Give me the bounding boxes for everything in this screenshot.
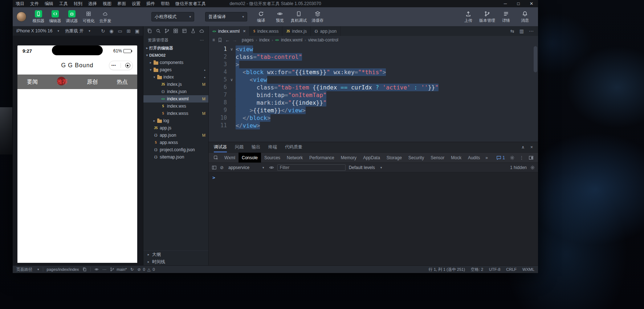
menu-item-文件[interactable]: 文件 <box>27 0 42 7</box>
search-icon[interactable] <box>156 28 161 33</box>
code-editor[interactable]: 1∨<view2class="tab-control"3>4 <block wx… <box>209 44 538 142</box>
menu-item-视图[interactable]: 视图 <box>100 0 114 7</box>
devtools-tab-Wxml[interactable]: Wxml <box>221 153 239 162</box>
hot-reload-toggle[interactable]: 热重载 开 ▾ <box>65 28 90 34</box>
console-settings-gear-icon[interactable] <box>530 165 535 170</box>
code-line-9[interactable]: 9 >{{item}}</view> <box>209 107 538 114</box>
debugger-toggle-button[interactable]: 调试器 <box>64 10 80 24</box>
cloud-toggle-button[interactable]: 云开发 <box>97 10 114 24</box>
sync-icon[interactable]: ↻ <box>130 267 134 272</box>
editor-scrollbar[interactable] <box>534 46 537 72</box>
inspect-element-icon[interactable] <box>211 155 221 160</box>
clear-console-icon[interactable]: ⊘ <box>220 165 224 170</box>
more-icon[interactable]: ⋯ <box>102 267 106 272</box>
breadcrumb-item[interactable]: index <box>259 37 270 43</box>
close-button[interactable]: ✕ <box>525 0 538 7</box>
tree-folder-index[interactable]: ▾index● <box>143 73 208 81</box>
code-line-2[interactable]: 2class="tab-control" <box>209 53 538 61</box>
menu-item-工具[interactable]: 工具 <box>56 0 71 7</box>
devtools-tab-Console[interactable]: Console <box>239 153 261 162</box>
chevron-right-icon[interactable]: ▸ <box>148 61 153 64</box>
record-icon[interactable]: ◉ <box>109 28 113 34</box>
menu-item-设置[interactable]: 设置 <box>129 0 143 7</box>
mode-select[interactable]: 小程序模式 ▾ <box>151 12 194 21</box>
editor-toggle-button[interactable]: 编辑器 <box>47 10 64 24</box>
menu-item-项目[interactable]: 项目 <box>13 0 27 7</box>
tree-file-app.wxss[interactable]: Sapp.wxss <box>143 139 208 146</box>
language-mode[interactable]: WXML <box>522 267 534 272</box>
code-line-7[interactable]: 7 bind:tap="onItemTap" <box>209 91 538 99</box>
code-line-5[interactable]: 5∨ <view <box>209 76 538 84</box>
tree-folder-pages[interactable]: ▾pages● <box>143 66 208 73</box>
encoding-setting[interactable]: UTF-8 <box>489 267 500 272</box>
split-editor-icon[interactable]: ▥ <box>519 28 524 34</box>
tree-file-app.json[interactable]: {}app.jsonM <box>143 132 208 139</box>
back-arrow-icon[interactable]: ← <box>225 37 230 43</box>
source-control-icon[interactable] <box>164 28 170 33</box>
cloud-icon[interactable] <box>199 28 204 33</box>
console-filter-input[interactable] <box>277 164 346 171</box>
messages-badge[interactable]: 1 <box>496 155 505 160</box>
more-icon[interactable]: ⋯ <box>200 38 204 43</box>
phone-tab-热点[interactable]: 热点 <box>107 75 138 89</box>
tree-file-index.js[interactable]: JSindex.jsM <box>143 81 208 88</box>
panel-tab-终端[interactable]: 终端 <box>268 142 277 152</box>
upload-button[interactable]: 上传 <box>459 11 478 23</box>
tree-folder-DEMO02[interactable]: ▾DEMO02 <box>143 52 208 59</box>
fold-marker[interactable]: ∨ <box>228 45 236 53</box>
eye-icon[interactable] <box>94 267 99 272</box>
compile-button[interactable]: 编译 <box>252 11 270 23</box>
eye-icon[interactable] <box>269 165 274 170</box>
tree-file-app.js[interactable]: JSapp.js <box>143 124 208 132</box>
messages-button[interactable]: 消息 <box>515 11 534 23</box>
tree-file-index.wxs[interactable]: Sindex.wxs <box>143 103 208 110</box>
files-icon[interactable] <box>147 28 152 33</box>
timeline-section[interactable]: ▸ 时间线 <box>143 258 208 265</box>
dock-side-icon[interactable] <box>529 155 534 160</box>
tree-folder-打开的编辑器[interactable]: ▸打开的编辑器 <box>143 44 208 52</box>
simulator-toggle-button[interactable]: 模拟器 <box>30 10 47 24</box>
test-icon[interactable] <box>191 28 196 33</box>
tree-folder-log[interactable]: ▸log <box>143 117 208 124</box>
chevron-right-icon[interactable]: ▸ <box>152 119 156 123</box>
close-panel-icon[interactable]: × <box>530 145 533 150</box>
editor-tab-index.js[interactable]: JSindex.js <box>282 26 311 36</box>
capsule-menu-icon[interactable]: ••• <box>111 64 116 67</box>
editor-tab-index.wxml[interactable]: <>index.wxml× <box>209 26 250 36</box>
package-icon[interactable] <box>182 28 187 33</box>
code-line-6[interactable]: 6 class="tab-item {{index == curIdx ? 'a… <box>209 84 538 91</box>
kebab-menu-icon[interactable]: ⋮ <box>519 155 524 160</box>
console-body[interactable]: > <box>209 172 538 265</box>
chevron-right-icon[interactable]: ▸ <box>145 46 149 50</box>
device-select[interactable]: iPhone X 100% 16 ▾ <box>16 28 59 33</box>
fold-marker[interactable]: ∨ <box>228 76 236 84</box>
tabs-overflow-icon[interactable]: » <box>483 155 490 160</box>
devtools-tab-Storage[interactable]: Storage <box>383 153 405 162</box>
phone-tab-要闻[interactable]: 要闻 <box>17 75 48 89</box>
menu-item-选择[interactable]: 选择 <box>85 0 100 7</box>
log-levels-select[interactable]: Default levels ▾ <box>349 165 382 170</box>
context-select[interactable]: appservice ▾ <box>227 165 266 170</box>
breadcrumb-item[interactable]: view.tab-control <box>308 37 338 43</box>
user-avatar[interactable] <box>16 12 27 22</box>
list-icon[interactable]: ≡ <box>212 37 215 43</box>
version-button[interactable]: 版本管理 <box>478 11 497 23</box>
tree-folder-components[interactable]: ▸components <box>143 59 208 66</box>
page-path-selector[interactable]: 页面路径 ▾ <box>16 267 39 272</box>
minimize-button[interactable]: ─ <box>499 0 512 7</box>
menu-item-转到[interactable]: 转到 <box>71 0 85 7</box>
details-button[interactable]: 详情 <box>497 11 515 23</box>
menu-item-帮助[interactable]: 帮助 <box>158 0 172 7</box>
devtools-tab-Security[interactable]: Security <box>405 153 427 162</box>
close-tab-icon[interactable]: × <box>243 28 246 34</box>
bookmark-icon[interactable] <box>217 37 223 43</box>
code-line-4[interactable]: 4 <block wx:for="{{items}}" wx:key="*thi… <box>209 68 538 76</box>
devtools-tab-Sources[interactable]: Sources <box>261 153 284 162</box>
panel-tab-问题[interactable]: 问题 <box>235 142 244 152</box>
cursor-position[interactable]: 行 1, 列 1 (选中 251) <box>429 267 465 272</box>
maximize-button[interactable]: □ <box>512 0 525 7</box>
forward-arrow-icon[interactable]: → <box>232 37 237 43</box>
menu-item-编辑[interactable]: 编辑 <box>42 0 56 7</box>
menu-item-界面[interactable]: 界面 <box>114 0 129 7</box>
copy-path-icon[interactable] <box>82 267 87 272</box>
